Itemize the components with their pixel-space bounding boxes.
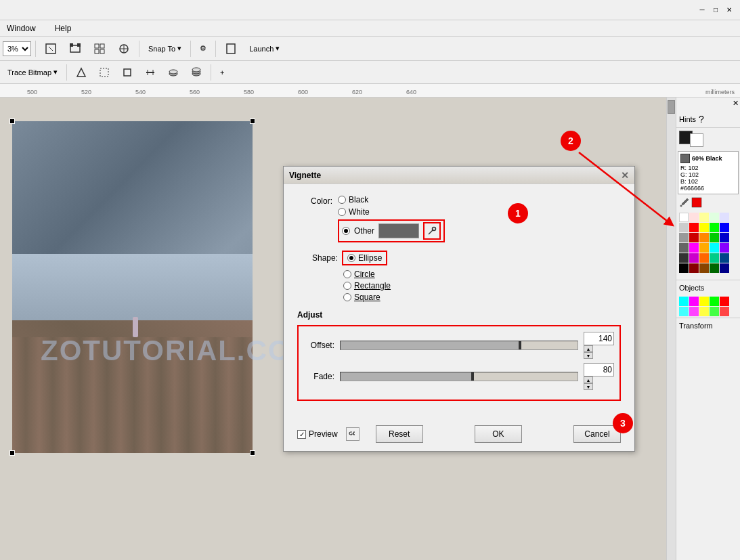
zoom-select[interactable]: 3%	[3, 41, 31, 56]
color-cell-4[interactable]	[720, 213, 729, 222]
color-cell-yellow[interactable]	[699, 223, 709, 232]
shape-ellipse-row[interactable]: Ellipse	[342, 251, 387, 265]
color-cell-darkgray[interactable]	[679, 253, 689, 263]
shape-square-radio[interactable]	[343, 293, 351, 301]
color-white-row[interactable]: White	[338, 207, 445, 217]
color-c7[interactable]	[689, 307, 699, 316]
color-c3[interactable]	[699, 297, 709, 306]
crop-btn[interactable]	[117, 65, 137, 80]
shape-circle-row[interactable]: Circle	[343, 270, 621, 279]
fade-down-arrow[interactable]: ▼	[584, 383, 593, 390]
launch-btn[interactable]: Launch ▾	[244, 42, 284, 55]
minimize-button[interactable]: ─	[697, 5, 708, 16]
color-cell-white[interactable]	[679, 213, 689, 222]
color-cell-navy[interactable]	[720, 253, 729, 263]
dialog-close-button[interactable]: ✕	[621, 170, 629, 181]
vertical-scrollbar[interactable]	[666, 98, 676, 560]
color-cell-black[interactable]	[679, 263, 689, 273]
objects-tab[interactable]: Objects	[676, 280, 740, 295]
handle-bl[interactable]	[9, 450, 15, 456]
color-cell-amber[interactable]	[699, 243, 709, 253]
eyedropper-tool-icon[interactable]	[679, 197, 690, 210]
color-c5[interactable]	[720, 297, 729, 306]
color-cell-maroon[interactable]	[689, 263, 699, 273]
color-c1[interactable]	[679, 297, 689, 306]
eyedropper-button[interactable]	[423, 222, 441, 240]
color-cell-violet[interactable]	[689, 253, 699, 263]
color-preview-swatch[interactable]	[378, 223, 419, 238]
color-white-radio[interactable]	[338, 208, 346, 216]
menu-window[interactable]: Window	[3, 22, 40, 35]
color-cell-gray1[interactable]	[679, 223, 689, 232]
node-tool-btn[interactable]	[64, 41, 86, 57]
reset-button[interactable]: Reset	[376, 425, 423, 443]
ok-button[interactable]: OK	[475, 425, 522, 443]
shape-square-row[interactable]: Square	[343, 293, 621, 302]
color-c8[interactable]	[699, 307, 709, 316]
preview-checkbox-row[interactable]: Preview	[297, 429, 338, 439]
color-cell-3[interactable]	[710, 213, 719, 222]
color-cell-darkblue[interactable]	[720, 233, 729, 242]
cancel-button[interactable]: Cancel	[573, 425, 621, 443]
handle-br[interactable]	[250, 450, 255, 456]
handle-tl[interactable]	[9, 119, 15, 124]
handle-tr[interactable]	[250, 119, 255, 124]
layer1-btn[interactable]	[163, 65, 183, 80]
color-other-row[interactable]: Other	[338, 219, 445, 242]
color-cell-orange[interactable]	[699, 233, 709, 242]
color-cell-darknavy[interactable]	[720, 263, 729, 273]
secondary-color-swatch[interactable]	[690, 133, 703, 147]
maximize-button[interactable]: □	[710, 5, 721, 16]
color-cell-gray2[interactable]	[679, 233, 689, 242]
offset-input[interactable]	[584, 332, 614, 345]
color-other-radio[interactable]	[342, 227, 350, 235]
color-cell-cyan[interactable]	[710, 243, 719, 253]
settings-btn[interactable]: ⚙	[195, 42, 211, 55]
color-cell-teal[interactable]	[710, 253, 719, 263]
color-cell-darkgreen[interactable]	[710, 233, 719, 242]
view-btn[interactable]	[113, 41, 135, 57]
color-cell-brown[interactable]	[699, 263, 709, 273]
color-cell-darkorange[interactable]	[699, 253, 709, 263]
color-black-radio[interactable]	[338, 196, 346, 204]
offset-up-arrow[interactable]: ▲	[584, 345, 593, 352]
color-c6[interactable]	[679, 307, 689, 316]
trace-bitmap-btn[interactable]: Trace Bitmap ▾	[3, 66, 62, 79]
color-cell-1[interactable]	[689, 213, 699, 222]
offset-slider[interactable]	[340, 341, 578, 350]
color-c4[interactable]	[710, 297, 719, 306]
preview-link-icon[interactable]	[346, 427, 360, 441]
layer2-btn[interactable]	[186, 65, 206, 80]
color-c10[interactable]	[720, 307, 729, 316]
color-cell-blue[interactable]	[720, 223, 729, 232]
snap-dropdown-icon[interactable]: ▾	[177, 44, 181, 53]
shape-ellipse-radio[interactable]	[347, 254, 355, 262]
snap-to-btn[interactable]: Snap To ▾	[144, 42, 186, 55]
transform-tab[interactable]: Transform	[676, 318, 740, 333]
fill-icon[interactable]	[691, 197, 702, 210]
page-btn[interactable]	[220, 41, 242, 57]
color-cell-magenta[interactable]	[689, 243, 699, 253]
fade-up-arrow[interactable]: ▲	[584, 376, 593, 383]
align-btn[interactable]	[140, 65, 160, 80]
preview-checkbox[interactable]	[297, 430, 306, 439]
fade-input[interactable]	[584, 363, 614, 376]
select-all-btn[interactable]	[94, 65, 114, 80]
node-edit-btn[interactable]	[71, 65, 91, 80]
offset-down-arrow[interactable]: ▼	[584, 352, 593, 359]
color-black-row[interactable]: Black	[338, 195, 445, 204]
color-cell-2[interactable]	[699, 213, 709, 222]
shape-rectangle-row[interactable]: Rectangle	[343, 281, 621, 290]
color-cell-red[interactable]	[689, 223, 699, 232]
color-cell-darkred[interactable]	[689, 233, 699, 242]
add-btn[interactable]: +	[215, 66, 229, 79]
color-c9[interactable]	[710, 307, 719, 316]
select-tool-btn[interactable]	[40, 41, 62, 57]
color-cell-green[interactable]	[710, 223, 719, 232]
color-cell-forestgreen[interactable]	[710, 263, 719, 273]
color-c2[interactable]	[689, 297, 699, 306]
shape-circle-radio[interactable]	[343, 270, 351, 278]
menu-help[interactable]: Help	[51, 22, 76, 35]
hints-tab[interactable]: Hints ?	[676, 111, 740, 128]
panel-close[interactable]: ✕	[733, 99, 739, 110]
